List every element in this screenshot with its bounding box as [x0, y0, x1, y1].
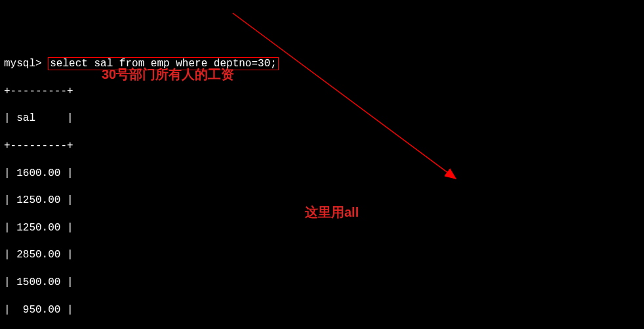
annotation-note1: 30号部门所有人的工资 — [102, 66, 234, 83]
annotation-note2: 这里用all — [305, 204, 359, 221]
table1-row: | 1250.00 | — [4, 221, 640, 235]
table1-border: +---------+ — [4, 85, 640, 99]
table1-row: | 1600.00 | — [4, 167, 640, 181]
table1-row: | 950.00 | — [4, 303, 640, 317]
table1-border: +---------+ — [4, 139, 640, 153]
table1-row: | 1500.00 | — [4, 276, 640, 290]
mysql-prompt: mysql> — [4, 58, 42, 70]
table1-header: | sal | — [4, 112, 640, 125]
table1-row: | 2850.00 | — [4, 248, 640, 262]
query1-line[interactable]: mysql> select sal from emp where deptno=… — [4, 57, 640, 71]
